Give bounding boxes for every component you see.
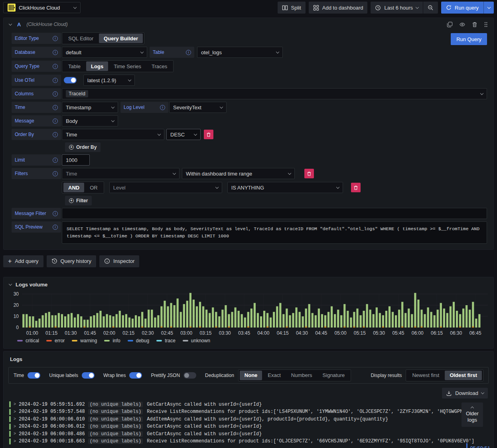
expand-log-icon[interactable]: >	[14, 424, 16, 429]
log-row[interactable]: >2024-02-19 06:00:06.010(no unique label…	[9, 416, 488, 423]
option-exact[interactable]: Exact	[263, 371, 286, 380]
filter-condition-field-select[interactable]: Level	[109, 182, 222, 193]
legend-item-critical[interactable]: critical	[17, 338, 39, 343]
logs-volume-chart[interactable]: 01:0001:1501:3001:4502:0002:1502:3002:45…	[8, 292, 490, 337]
run-query-dropdown-button[interactable]	[483, 2, 494, 14]
legend-item-trace[interactable]: trace	[156, 338, 176, 343]
info-icon[interactable]	[53, 171, 58, 176]
option-none[interactable]: None	[240, 371, 262, 380]
option-query-builder[interactable]: Query Builder	[99, 34, 143, 43]
query-history-button[interactable]: Query history	[47, 255, 96, 267]
remove-query-icon[interactable]	[472, 22, 477, 28]
use-otel-toggle[interactable]	[64, 77, 77, 83]
expand-log-icon[interactable]: >	[14, 410, 16, 414]
info-icon[interactable]	[53, 78, 58, 83]
otel-version-select[interactable]: latest (1.2.9)	[83, 75, 135, 86]
legend-item-debug[interactable]: debug	[128, 338, 149, 343]
add-query-button[interactable]: + Add query	[3, 255, 43, 267]
drag-handle-icon[interactable]	[484, 22, 488, 28]
info-icon[interactable]	[53, 158, 58, 163]
log-row[interactable]: >2024-02-19 06:00:06.012(no unique label…	[9, 423, 488, 430]
log-message: Receive ListRecommendations for product …	[147, 409, 474, 414]
option-or[interactable]: OR	[85, 183, 103, 192]
limit-input[interactable]: 1000	[62, 154, 90, 166]
legend-item-unknown[interactable]: unknown	[183, 338, 210, 343]
add-order-by-button[interactable]: Order By	[65, 142, 101, 152]
legend-item-warning[interactable]: warning	[72, 338, 97, 343]
column-chip[interactable]: TraceId	[66, 90, 88, 97]
log-level-column-select[interactable]: SeverityText	[169, 102, 227, 113]
option-signature[interactable]: Signature	[318, 371, 350, 380]
remove-order-by-button[interactable]	[204, 130, 213, 139]
info-icon[interactable]	[53, 211, 58, 216]
log-row[interactable]: >2024-02-19 05:59:51.692(no unique label…	[9, 401, 488, 409]
deduplication-group: NoneExactNumbersSignature	[238, 369, 351, 381]
order-by-field-select[interactable]: Time	[62, 129, 164, 140]
order-direction-select[interactable]: DESC	[166, 129, 201, 140]
expand-log-icon[interactable]: >	[14, 417, 16, 421]
run-query-editor-button[interactable]: Run Query	[451, 33, 487, 45]
log-timestamp: 2024-02-19 05:59:57.548	[19, 409, 85, 414]
log-row[interactable]: >2024-02-19 05:59:57.548(no unique label…	[9, 408, 488, 416]
table-select[interactable]: otel_logs	[197, 47, 283, 58]
message-column-select[interactable]: Body	[62, 115, 118, 126]
filter-condition-operator-select[interactable]: IS ANYTHING	[227, 182, 343, 193]
split-button[interactable]: Split	[278, 2, 306, 14]
info-icon[interactable]	[53, 118, 58, 124]
info-icon[interactable]	[53, 36, 58, 41]
option-oldest-first[interactable]: Oldest first	[445, 371, 482, 380]
legend-item-info[interactable]: info	[104, 338, 120, 343]
add-to-dashboard-button[interactable]: Add to dashboard	[309, 2, 368, 14]
chevron-down-icon	[111, 105, 114, 108]
collapse-query-icon[interactable]	[9, 22, 12, 25]
collapse-logs-volume-icon[interactable]	[9, 282, 12, 285]
log-message: GetCartAsync called with userId={userId}	[147, 424, 262, 429]
info-icon[interactable]	[53, 91, 58, 97]
info-icon[interactable]	[53, 132, 58, 137]
option-logs[interactable]: Logs	[86, 61, 108, 71]
option-numbers[interactable]: Numbers	[286, 371, 317, 380]
expand-log-icon[interactable]: >	[14, 402, 16, 407]
time-column-select[interactable]: Timestamp	[62, 102, 118, 113]
inspector-button[interactable]: Inspector	[99, 255, 139, 267]
toggle-time[interactable]	[28, 372, 40, 379]
option-sql-editor[interactable]: SQL Editor	[63, 34, 98, 43]
run-query-button[interactable]: Run query	[441, 2, 483, 14]
filter-field-select[interactable]: Time	[62, 168, 179, 179]
option-time-series[interactable]: Time Series	[109, 61, 146, 71]
zoom-out-button[interactable]	[423, 2, 438, 14]
database-select[interactable]: default	[62, 47, 147, 58]
log-row[interactable]: >2024-02-19 06:00:08.486(no unique label…	[9, 430, 488, 438]
info-icon[interactable]	[186, 50, 191, 55]
option-and[interactable]: AND	[63, 183, 84, 192]
legend-item-error[interactable]: error	[46, 338, 65, 343]
expand-log-icon[interactable]: >	[14, 432, 16, 436]
duplicate-query-icon[interactable]	[447, 22, 453, 28]
logs-panel: Logs TimeUnique labelsWrap linesPrettify…	[3, 351, 494, 448]
info-icon[interactable]	[53, 225, 58, 230]
remove-filter-condition-button[interactable]	[351, 183, 361, 192]
add-filter-button[interactable]: Filter	[65, 196, 92, 205]
option-traces[interactable]: Traces	[147, 61, 172, 71]
hide-response-icon[interactable]	[459, 22, 465, 28]
remove-filter-button[interactable]	[304, 169, 314, 178]
log-unique-labels: (no unique labels)	[88, 438, 143, 444]
toggle-prettify-json[interactable]	[183, 372, 196, 379]
time-range-picker[interactable]: Last 6 hours	[371, 2, 423, 14]
columns-multiselect[interactable]: TraceId	[62, 88, 487, 99]
log-row[interactable]: >2024-02-19 06:00:18.663(no unique label…	[9, 438, 488, 445]
toggle-unique-labels[interactable]	[82, 372, 95, 379]
older-logs-button[interactable]: Older logs	[461, 403, 483, 427]
filter-operator-select[interactable]: Within dashboard time range	[182, 168, 295, 179]
info-icon[interactable]	[160, 105, 165, 110]
toggle-wrap-lines[interactable]	[129, 372, 142, 379]
option-table[interactable]: Table	[63, 61, 85, 71]
info-icon[interactable]	[53, 105, 58, 110]
option-newest-first[interactable]: Newest first	[407, 371, 444, 380]
datasource-picker[interactable]: ClickHouse Cloud	[3, 2, 81, 13]
svg-text:03:45: 03:45	[238, 330, 250, 336]
download-button[interactable]: Download	[442, 388, 488, 399]
info-icon[interactable]	[53, 50, 58, 55]
expand-log-icon[interactable]: >	[14, 439, 16, 444]
info-icon[interactable]	[53, 64, 58, 69]
